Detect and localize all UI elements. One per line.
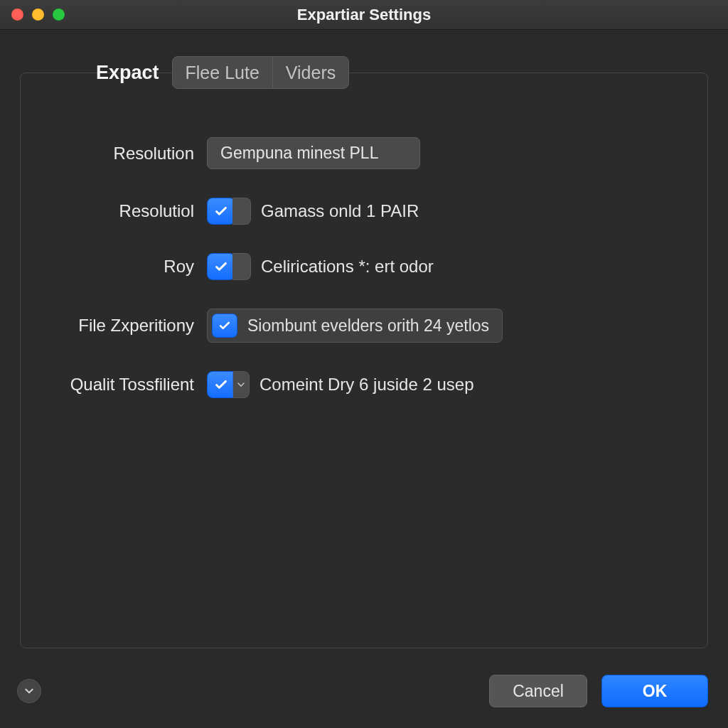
zoom-window-button[interactable] [53, 9, 65, 21]
resolution-select[interactable]: Gempuna minest PLL [207, 137, 420, 169]
file-zxperitiony-label: File Zxperitiony [45, 316, 194, 336]
resolution-label: Resolution [45, 144, 194, 164]
qualit-tossfilient-text: Comeint Dry 6 juside 2 usep [259, 375, 473, 395]
roy-label: Roy [45, 257, 194, 277]
roy-checkbox[interactable] [207, 253, 235, 280]
row-file-zxperitiony: File Zxperitiony Siombunt evelders orith… [45, 309, 683, 343]
tab-bar: Expact Flee Lute Viders [92, 56, 349, 89]
row-roy: Roy Celirications *: ert odor [45, 253, 683, 280]
qualit-tossfilient-dropdown[interactable] [232, 371, 250, 398]
resolutiol-label: Resolutiol [45, 201, 194, 221]
titlebar: Expartiar Settings [0, 0, 728, 30]
settings-panel: Expact Flee Lute Viders Resolution Gempu… [20, 73, 708, 648]
tab-expact[interactable]: Expact [92, 59, 164, 87]
resolutiol-text: Gamass onld 1 PAIR [261, 201, 419, 221]
file-zxperitiony-field[interactable]: Siombunt evelders orith 24 yetlos [207, 309, 503, 343]
qualit-tossfilient-checkbox[interactable] [207, 371, 235, 398]
row-resolution: Resolution Gempuna minest PLL [45, 137, 683, 169]
check-icon [213, 377, 229, 392]
minimize-window-button[interactable] [32, 9, 44, 21]
tab-viders[interactable]: Viders [273, 57, 348, 88]
roy-text: Celirications *: ert odor [261, 257, 434, 277]
check-icon [213, 203, 229, 219]
tab-segment-group: Flee Lute Viders [172, 56, 350, 89]
ok-button[interactable]: OK [601, 675, 708, 707]
qualit-tossfilient-label: Qualit Tossfilient [45, 375, 194, 395]
tab-flee-lute[interactable]: Flee Lute [173, 57, 273, 88]
row-resolutiol: Resolutiol Gamass onld 1 PAIR [45, 198, 683, 225]
disclosure-button[interactable] [17, 679, 41, 703]
roy-checkbox-ext [232, 253, 251, 280]
resolutiol-checkbox[interactable] [207, 198, 235, 225]
file-zxperitiony-text: Siombunt evelders orith 24 yetlos [247, 316, 489, 336]
window-title: Expartiar Settings [0, 6, 728, 24]
dialog-footer: Cancel OK [0, 667, 728, 728]
cancel-button[interactable]: Cancel [489, 675, 587, 707]
check-icon [213, 259, 229, 274]
row-qualit-tossfilient: Qualit Tossfilient Comeint Dry 6 juside … [45, 371, 683, 398]
chevron-down-icon [24, 686, 34, 696]
check-icon [218, 318, 232, 333]
resolution-select-value: Gempuna minest PLL [220, 144, 378, 163]
chevron-down-icon [237, 381, 245, 388]
resolutiol-checkbox-ext [232, 198, 251, 225]
file-zxperitiony-checkbox[interactable] [212, 314, 237, 338]
window-controls [11, 9, 65, 21]
close-window-button[interactable] [11, 9, 23, 21]
